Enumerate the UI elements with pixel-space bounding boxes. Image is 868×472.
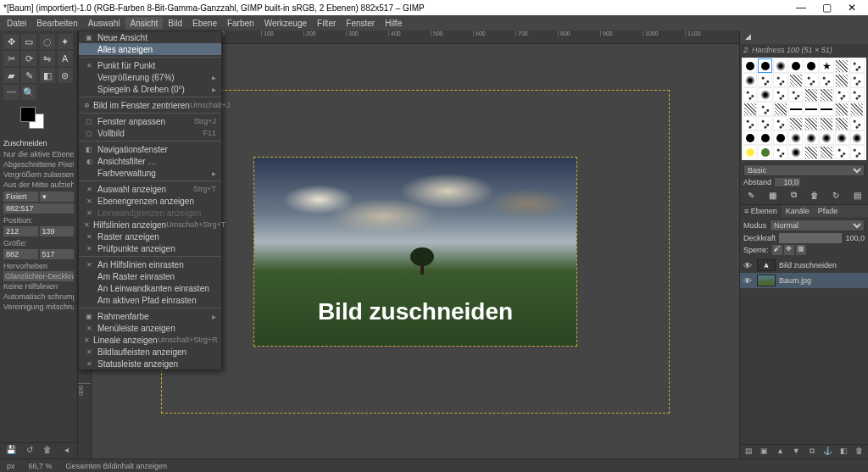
lock-pixels-icon[interactable]: 🖌: [772, 245, 782, 255]
brush-preset[interactable]: [804, 87, 819, 102]
brush-preset[interactable]: [850, 116, 865, 130]
mask-layer-icon[interactable]: ◧: [838, 447, 849, 457]
brush-preset[interactable]: [773, 73, 787, 87]
brush-preset[interactable]: [804, 58, 819, 73]
brush-preset[interactable]: [820, 116, 834, 130]
delete-options-icon[interactable]: 🗑: [42, 445, 53, 457]
brush-preset[interactable]: [804, 145, 819, 159]
brush-preset[interactable]: ★: [820, 58, 834, 73]
merge-shrink-opt[interactable]: Vereinigung mitschrumpfen: [3, 302, 74, 312]
brush-preset[interactable]: [758, 130, 772, 145]
brushes-tab[interactable]: ◢: [740, 31, 756, 44]
brush-preset[interactable]: [743, 116, 757, 130]
brush-preset[interactable]: [773, 116, 787, 130]
menu-item-spiegeln-drehen-0-[interactable]: Spiegeln & Drehen (0°)▸: [79, 83, 221, 95]
menu-bearbeiten[interactable]: Bearbeiten: [31, 17, 82, 30]
brush-preset[interactable]: [850, 87, 865, 102]
menu-item-navigationsfenster[interactable]: ◧Navigationsfenster: [79, 143, 221, 155]
menu-auswahl[interactable]: Auswahl: [83, 17, 125, 30]
menu-datei[interactable]: Datei: [2, 17, 31, 30]
menu-filter[interactable]: Filter: [312, 17, 341, 30]
menu-item-statusleiste-anzeigen[interactable]: ✕Statusleiste anzeigen: [79, 358, 221, 369]
delete-layer-icon[interactable]: 🗑: [854, 447, 865, 457]
brush-preset[interactable]: [758, 87, 772, 102]
tool-option-checkbox[interactable]: Vergrößern zulassen: [3, 169, 74, 180]
crop-selection[interactable]: Bild zuschneiden: [253, 157, 577, 347]
flip-tool[interactable]: ⇋: [40, 51, 55, 66]
text-tool[interactable]: A: [58, 51, 73, 66]
menu-item-vollbild[interactable]: ▢VollbildF11: [79, 127, 221, 139]
pencil-tool[interactable]: ✎: [21, 68, 36, 83]
layer-group-icon[interactable]: ▣: [760, 447, 770, 457]
brush-preset[interactable]: [820, 145, 834, 159]
brush-preset[interactable]: [804, 102, 819, 116]
menu-item-punkt-f-r-punkt[interactable]: ✕Punkt für Punkt: [79, 59, 221, 71]
brush-preset[interactable]: [788, 58, 803, 73]
menu-item-fenster-anpassen[interactable]: ▢Fenster anpassenStrg+J: [79, 115, 221, 127]
lower-layer-icon[interactable]: ▼: [791, 447, 801, 457]
close-button[interactable]: ✕: [839, 2, 865, 14]
layer-visibility-icon[interactable]: 👁: [743, 261, 754, 270]
clone-tool[interactable]: ⊜: [58, 68, 73, 83]
hervorheben-opt[interactable]: Hervorheben: [3, 261, 74, 271]
brush-preset[interactable]: [835, 58, 849, 73]
brush-preset[interactable]: [850, 102, 865, 116]
brush-preset[interactable]: [743, 130, 757, 145]
brush-preset[interactable]: [788, 73, 803, 87]
tab-kanäle[interactable]: Kanäle: [782, 205, 814, 217]
fg-bg-color[interactable]: [3, 107, 74, 132]
menu-item-lineale-anzeigen[interactable]: ✕Lineale anzeigenUmschalt+Strg+R: [79, 334, 221, 346]
menu-item-vergr-erung-67-[interactable]: Vergrößerung (67%)▸: [79, 71, 221, 83]
new-brush-icon[interactable]: ▦: [766, 189, 778, 201]
raise-layer-icon[interactable]: ▲: [775, 447, 785, 457]
menu-item-am-raster-einrasten[interactable]: Am Raster einrasten: [79, 270, 221, 282]
size-w-field[interactable]: 882: [3, 249, 38, 259]
fixed-dropdown[interactable]: ▾: [40, 192, 75, 202]
layer-row[interactable]: 👁ABild zuschneiden: [740, 258, 868, 273]
brush-preset[interactable]: [743, 102, 757, 116]
brush-preset[interactable]: [820, 87, 834, 102]
brush-preset[interactable]: [773, 130, 787, 145]
zoom-tool[interactable]: 🔍: [21, 85, 36, 100]
brush-preset[interactable]: [788, 116, 803, 130]
save-options-icon[interactable]: 💾: [5, 445, 17, 457]
fixed-label[interactable]: Fixiert: [3, 192, 38, 202]
bucket-tool[interactable]: ▰: [3, 68, 19, 83]
brush-preset[interactable]: [743, 87, 757, 102]
menu-item-auswahl-anzeigen[interactable]: ✕Auswahl anzeigenStrg+T: [79, 183, 221, 195]
pos-y-field[interactable]: 139: [40, 226, 75, 236]
brush-preset[interactable]: [835, 87, 849, 102]
menu-hilfe[interactable]: Hilfe: [380, 17, 407, 30]
menu-item-pr-fpunkte-anzeigen[interactable]: ✕Prüfpunkte anzeigen: [79, 242, 221, 254]
maximize-button[interactable]: ▢: [814, 2, 839, 14]
fg-color-swatch[interactable]: [20, 107, 36, 122]
brush-preset[interactable]: [835, 102, 849, 116]
rect-select-tool[interactable]: ▭: [21, 34, 36, 49]
opacity-value[interactable]: 100,0: [845, 234, 865, 242]
free-select-tool[interactable]: ◌: [40, 34, 55, 49]
brush-preset[interactable]: [788, 87, 803, 102]
brush-preset[interactable]: [743, 73, 757, 87]
brush-preset[interactable]: [758, 102, 772, 116]
brush-preset[interactable]: [773, 87, 787, 102]
opacity-slider[interactable]: [779, 233, 842, 243]
brush-preset[interactable]: [804, 130, 819, 145]
brush-preset[interactable]: [743, 58, 757, 73]
brush-preset[interactable]: [788, 130, 803, 145]
menu-bild[interactable]: Bild: [163, 17, 187, 30]
brush-preset[interactable]: [850, 130, 865, 145]
brush-preset-select[interactable]: Basic: [743, 164, 865, 176]
menu-item-rahmenfarbe[interactable]: ▣Rahmenfarbe▸: [79, 310, 221, 322]
brush-preset[interactable]: [788, 145, 803, 159]
menu-fenster[interactable]: Fenster: [341, 17, 380, 30]
edit-brush-icon[interactable]: ✎: [745, 189, 757, 201]
menu-item-men-leiste-anzeigen[interactable]: ✕Menüleiste anzeigen: [79, 322, 221, 334]
status-zoom[interactable]: 66,7 %: [25, 462, 56, 470]
glanzlichter-opt[interactable]: Glanzlichter-Deckkraft: [3, 271, 74, 281]
fuzzy-select-tool[interactable]: ✦: [58, 34, 73, 49]
duplicate-layer-icon[interactable]: ⧉: [807, 447, 817, 457]
layer-name[interactable]: Bild zuschneiden: [779, 261, 837, 269]
tab-pfade[interactable]: Pfade: [814, 205, 843, 217]
menu-item-leinwandgrenzen-anzeigen[interactable]: ✕Leinwandgrenzen anzeigen: [79, 207, 221, 219]
pos-x-field[interactable]: 212: [3, 226, 38, 236]
